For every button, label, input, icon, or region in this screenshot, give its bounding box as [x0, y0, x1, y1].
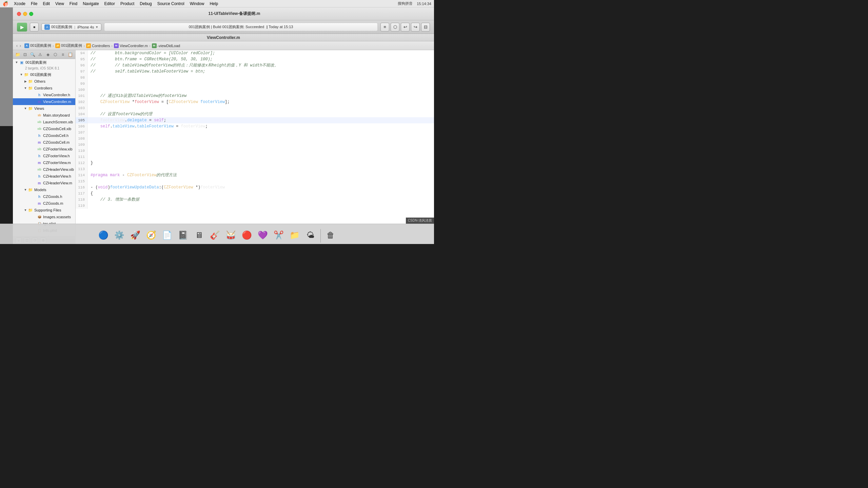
sidebar-item-supporting[interactable]: 📁 Supporting Files — [13, 207, 75, 214]
bc-forward[interactable]: › — [19, 43, 22, 48]
sidebar-item-launchscreen[interactable]: xib LaunchScreen.xib — [13, 119, 75, 125]
nav-forward-btn[interactable]: ↪ — [411, 23, 420, 32]
apple-menu[interactable]: 🍎 — [3, 1, 8, 6]
sidebar-source-icon[interactable]: ⊡ — [22, 51, 28, 58]
maximize-button[interactable] — [29, 12, 33, 16]
sidebar-item-project-root[interactable]: ▣ 001团购案例 — [13, 59, 75, 66]
sidebar-item-views[interactable]: 📁 Views — [13, 105, 75, 112]
sidebar-item-controllers[interactable]: 📁 Controllers — [13, 85, 75, 92]
bc-back[interactable]: ‹ — [16, 43, 18, 48]
code-line-109: 109 — [76, 142, 434, 148]
menu-debug[interactable]: Debug — [140, 1, 152, 6]
menu-window[interactable]: Window — [190, 1, 204, 6]
sidebar-item-czheaderview-h[interactable]: h CZHeaderView.h — [13, 173, 75, 180]
menu-view[interactable]: View — [55, 1, 64, 6]
sidebar-item-czheaderview-m[interactable]: m CZHeaderView.m — [13, 180, 75, 186]
menu-editor[interactable]: Editor — [104, 1, 115, 6]
bc-group-label[interactable]: 001团购案例 — [61, 43, 82, 48]
dock-trash[interactable]: 🗑 — [323, 228, 338, 243]
view-toggle-list[interactable]: ≡ — [380, 23, 389, 32]
bc-method-label[interactable]: -viewDidLoad — [158, 44, 180, 48]
sidebar-item-others[interactable]: 📁 Others — [13, 78, 75, 85]
czhv-xib-icon: xib — [37, 167, 42, 172]
bc-method-wrap: M -viewDidLoad — [152, 43, 180, 48]
dock-app1[interactable]: 🎸 — [208, 228, 222, 243]
bc-folder-label[interactable]: Controllers — [92, 44, 110, 48]
menu-file[interactable]: File — [31, 1, 37, 6]
dock-safari[interactable]: 🧭 — [144, 228, 159, 243]
sidebar-item-czfooterview-h[interactable]: h CZFooterView.h — [13, 152, 75, 159]
editor-area: 94// btn.backgroundColor = [UIColor redC… — [76, 50, 434, 244]
dock-weather[interactable]: 🌤 — [303, 228, 318, 243]
sidebar-thread-icon[interactable]: ≡ — [60, 51, 66, 58]
controllers-icon: 📁 — [28, 86, 33, 90]
dock-sysprefs[interactable]: ⚙️ — [112, 228, 127, 243]
sidebar-item-czfooterview-m[interactable]: m CZFooterView.m — [13, 159, 75, 166]
run-button[interactable]: ▶ — [17, 23, 27, 32]
sidebar-item-group-001[interactable]: 📁 001团购案例 — [13, 71, 75, 78]
sidebar-item-czgoodscell-h[interactable]: h CZGoodsCell.h — [13, 132, 75, 139]
launch-label: LaunchScreen.xib — [43, 120, 73, 124]
sidebar-item-czheaderview-xib[interactable]: xib CZHeaderView.xib — [13, 166, 75, 173]
sidebar-folder-icon[interactable]: 📁 — [14, 51, 21, 58]
dock-terminal[interactable]: 🖥 — [192, 228, 206, 243]
close-button[interactable] — [17, 12, 21, 16]
menu-edit[interactable]: Edit — [43, 1, 50, 6]
sidebar-item-czfooterview-xib[interactable]: xib CZFooterView.xib — [13, 146, 75, 152]
sidebar-breakpoint-icon[interactable]: ⬡ — [52, 51, 59, 58]
code-content[interactable]: 94// btn.backgroundColor = [UIColor redC… — [76, 50, 434, 244]
bc-sep1: › — [53, 44, 54, 48]
czfv-m-label: CZFooterView.m — [43, 161, 71, 165]
dock-folder[interactable]: 📁 — [287, 228, 302, 243]
menu-source-control[interactable]: Source Control — [157, 1, 184, 6]
menu-product[interactable]: Product — [120, 1, 134, 6]
menu-bar: 🍎 Xcode File Edit View Find Navigate Edi… — [0, 0, 434, 7]
dock-pages[interactable]: 📄 — [160, 228, 175, 243]
czgc-xib-icon: xib — [37, 126, 42, 131]
minimize-button[interactable] — [23, 12, 27, 16]
bc-file-label[interactable]: ViewController.m — [120, 44, 148, 48]
sidebar-item-images-xcassets[interactable]: 📦 Images.xcassets — [13, 214, 75, 220]
czgc-m-label: CZGoodsCell.m — [43, 140, 70, 144]
sidebar-item-czgoodscell-xib[interactable]: xib CZGoodsCell.xib — [13, 125, 75, 132]
split-editor-btn[interactable]: ⊟ — [421, 23, 430, 32]
dock-dash[interactable]: 💜 — [255, 228, 270, 243]
menu-find[interactable]: Find — [70, 1, 77, 6]
sidebar-item-czgoodscell-m[interactable]: m CZGoodsCell.m — [13, 139, 75, 146]
breakpoints-btn[interactable]: ⬡ — [391, 23, 399, 32]
code-line-111: 111 — [76, 154, 434, 160]
bc-file-icon: M — [114, 43, 119, 48]
stop-button[interactable]: ■ — [30, 23, 39, 32]
sidebar-item-models[interactable]: 📁 Models — [13, 186, 75, 193]
sidebar-item-czgoods-h[interactable]: h CZGoods.h — [13, 193, 75, 200]
sidebar-item-czgoods-m[interactable]: m CZGoods.m — [13, 200, 75, 207]
code-line-96: 96// // tableView的footerView的特点：只能修改x和he… — [76, 62, 434, 68]
menu-help[interactable]: Help — [210, 1, 218, 6]
dock-onenote[interactable]: 📓 — [176, 228, 191, 243]
code-line-115: 115 — [76, 178, 434, 184]
menu-navigate[interactable]: Navigate — [83, 1, 99, 6]
code-line-95: 95// btn.frame = CGRectMake(20, 50, 30, … — [76, 56, 434, 62]
sidebar-item-vc-m[interactable]: m ViewController.m — [13, 98, 75, 105]
nav-back-btn[interactable]: ↩ — [401, 23, 410, 32]
sidebar-item-main-storyboard[interactable]: sb Main.storyboard — [13, 112, 75, 119]
czg-h-icon: h — [37, 194, 42, 199]
sidebar-item-vc-h[interactable]: h ViewController.h — [13, 92, 75, 98]
others-icon: 📁 — [28, 79, 33, 84]
sidebar-report-icon[interactable]: 📋 — [67, 51, 74, 58]
dock-finder[interactable]: 🔵 — [96, 228, 111, 243]
dock-divider — [320, 229, 321, 243]
sidebar-git-icon[interactable]: ◈ — [44, 51, 51, 58]
dock-app2[interactable]: 🥁 — [223, 228, 238, 243]
scheme-selector[interactable]: A 001团购案例 | iPhone 4s ▼ — [41, 23, 101, 31]
dock-launchpad[interactable]: 🚀 — [128, 228, 143, 243]
czgc-h-icon: h — [37, 133, 42, 138]
menu-xcode[interactable]: Xcode — [14, 1, 25, 6]
sidebar-warning-icon[interactable]: ⚠ — [37, 51, 44, 58]
sidebar-search-icon[interactable]: 🔍 — [29, 51, 36, 58]
bc-project-label[interactable]: 001团购案例 — [30, 43, 51, 48]
dock-scissors[interactable]: ✂️ — [271, 228, 286, 243]
views-label: Views — [34, 106, 44, 110]
images-icon: 📦 — [37, 215, 42, 219]
dock-filezilla[interactable]: 🔴 — [239, 228, 254, 243]
